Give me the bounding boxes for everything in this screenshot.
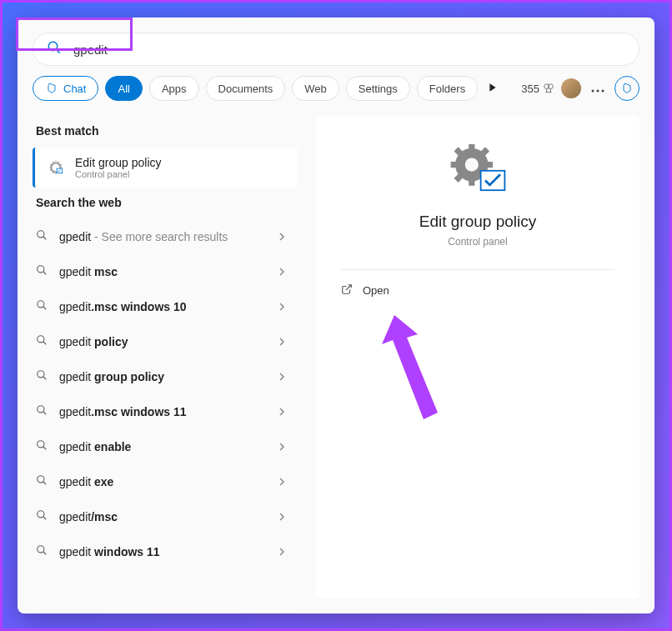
svg-point-9	[38, 231, 44, 238]
more-icon[interactable]	[588, 78, 608, 99]
web-result-text: gpedit policy	[59, 335, 266, 348]
preview-panel: Edit group policy Control panel Open	[316, 116, 639, 598]
svg-point-21	[38, 441, 44, 448]
search-icon	[36, 299, 48, 314]
search-input[interactable]	[73, 43, 625, 57]
svg-line-10	[43, 237, 47, 240]
chevron-right-icon	[278, 369, 286, 384]
web-result-item[interactable]: gpedit enable	[33, 429, 298, 464]
web-result-item[interactable]: gpedit group policy	[33, 359, 298, 394]
web-result-text: gpedit.msc windows 10	[59, 300, 266, 313]
web-result-text: gpedit msc	[59, 265, 266, 278]
svg-line-26	[43, 517, 47, 520]
web-result-text: gpedit enable	[59, 440, 266, 453]
search-icon	[36, 404, 48, 419]
web-results-header: Search the web	[33, 188, 301, 219]
search-bar[interactable]	[33, 33, 639, 66]
svg-line-22	[43, 447, 47, 450]
chevron-right-icon	[278, 229, 286, 244]
svg-point-27	[38, 546, 44, 553]
web-result-item[interactable]: gpedit.msc windows 11	[33, 394, 298, 429]
chevron-right-icon	[278, 299, 286, 314]
search-icon	[36, 369, 48, 384]
bing-chat-icon[interactable]	[614, 76, 639, 101]
best-match-title: Edit group policy	[75, 156, 162, 169]
chevron-right-icon	[278, 509, 286, 524]
svg-line-20	[43, 412, 47, 415]
preview-subtitle: Control panel	[448, 236, 507, 248]
chevron-right-icon	[278, 544, 286, 559]
preview-title: Edit group policy	[419, 213, 536, 231]
svg-line-28	[43, 552, 47, 555]
svg-rect-30	[469, 144, 474, 151]
search-icon	[36, 229, 48, 244]
web-result-item[interactable]: gpedit.msc windows 10	[33, 289, 298, 324]
filter-settings[interactable]: Settings	[346, 76, 410, 101]
open-label: Open	[363, 284, 389, 297]
search-icon	[36, 509, 48, 524]
svg-rect-31	[469, 178, 474, 186]
best-match-subtitle: Control panel	[75, 169, 162, 179]
open-action[interactable]: Open	[341, 270, 614, 311]
search-icon	[36, 439, 48, 454]
web-result-text: gpedit/msc	[59, 510, 266, 523]
svg-rect-33	[485, 162, 493, 168]
web-result-text: gpedit windows 11	[59, 545, 266, 558]
svg-point-17	[38, 371, 44, 378]
avatar[interactable]	[561, 78, 581, 98]
gear-icon	[448, 144, 508, 198]
search-icon	[36, 264, 48, 279]
svg-line-14	[43, 307, 47, 310]
web-result-text: gpedit exe	[59, 475, 266, 488]
svg-line-18	[43, 377, 47, 380]
filter-documents[interactable]: Documents	[206, 76, 286, 101]
svg-point-23	[38, 476, 44, 483]
open-external-icon	[341, 283, 353, 298]
filter-web[interactable]: Web	[292, 76, 339, 101]
play-icon[interactable]	[484, 78, 501, 99]
search-icon	[36, 544, 48, 559]
web-result-text: gpedit.msc windows 11	[59, 405, 266, 418]
web-result-text: gpedit group policy	[59, 370, 266, 383]
chevron-right-icon	[278, 264, 286, 279]
web-result-item[interactable]: gpedit msc	[33, 254, 298, 289]
search-icon	[36, 474, 48, 489]
filter-folders[interactable]: Folders	[417, 76, 478, 101]
web-result-text: gpedit - See more search results	[59, 230, 266, 243]
svg-point-38	[465, 158, 479, 172]
chevron-right-icon	[278, 404, 286, 419]
svg-line-16	[43, 342, 47, 345]
svg-point-15	[38, 336, 44, 343]
svg-line-1	[56, 49, 60, 53]
chevron-right-icon	[278, 474, 286, 489]
web-result-item[interactable]: gpedit windows 11	[33, 534, 298, 569]
chevron-right-icon	[278, 439, 286, 454]
web-result-item[interactable]: gpedit policy	[33, 324, 298, 359]
filter-chat[interactable]: Chat	[33, 76, 98, 101]
svg-point-6	[602, 90, 604, 93]
svg-line-12	[43, 272, 47, 275]
filter-apps[interactable]: Apps	[149, 76, 199, 101]
web-result-item[interactable]: gpedit/msc	[33, 499, 298, 534]
filter-all[interactable]: All	[105, 76, 142, 101]
svg-point-25	[38, 511, 44, 518]
svg-point-19	[38, 406, 44, 413]
svg-rect-32	[451, 162, 459, 168]
web-result-item[interactable]: gpedit exe	[33, 464, 298, 499]
results-panel: Best match Edit group policy Control pan…	[18, 113, 301, 613]
filter-chat-label: Chat	[63, 83, 86, 95]
chevron-right-icon	[278, 334, 286, 349]
search-icon	[36, 334, 48, 349]
svg-point-5	[597, 90, 599, 93]
search-window: Chat All Apps Documents Web Settings Fol…	[18, 18, 654, 613]
best-match-result[interactable]: Edit group policy Control panel	[33, 148, 298, 188]
svg-point-13	[38, 301, 44, 308]
web-result-item[interactable]: gpedit - See more search results	[33, 219, 298, 254]
svg-point-11	[38, 266, 44, 273]
gear-icon	[47, 158, 65, 177]
rewards-points[interactable]: 355	[521, 83, 554, 95]
best-match-header: Best match	[33, 116, 301, 148]
filter-row: Chat All Apps Documents Web Settings Fol…	[18, 76, 654, 113]
svg-line-24	[43, 482, 47, 485]
svg-point-4	[592, 90, 594, 93]
